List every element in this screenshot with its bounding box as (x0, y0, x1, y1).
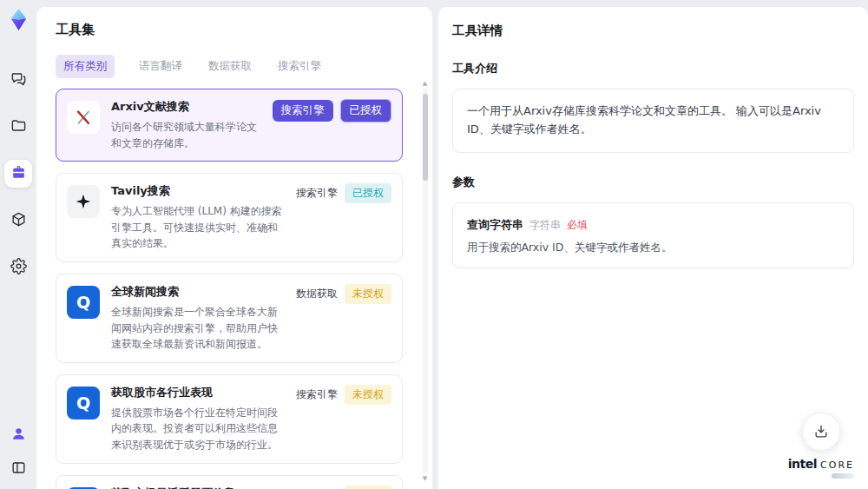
auth-status-badge: 未授权 (345, 486, 391, 489)
tool-card[interactable]: Q获取市场最活跃股票信息提供当天交易量最高的股票列表，投资者可以利用这些信息来识… (56, 475, 403, 489)
intel-wordmark: intel (788, 457, 817, 471)
param-type: 字符串 (529, 219, 561, 231)
box-icon (10, 211, 27, 231)
sidebar-item-layout-panel[interactable] (7, 458, 30, 480)
auth-status-badge: 已授权 (340, 99, 392, 122)
intel-core-logo: intelCORE (788, 457, 854, 479)
layout-panel-icon (10, 459, 27, 479)
tool-badges: 搜索引擎未授权 (296, 486, 391, 489)
gear-icon (10, 258, 27, 278)
auth-status-badge: 已授权 (345, 183, 391, 203)
param-header: 查询字符串字符串必填 (467, 215, 839, 233)
tool-card[interactable]: Q全球新闻搜索全球新闻搜索是一个聚合全球各大新闻网站内容的搜索引擎，帮助用户快速… (56, 274, 403, 363)
intro-heading: 工具介绍 (452, 61, 854, 76)
tool-badges: 搜索引擎已授权 (273, 99, 392, 122)
tool-name: 全球新闻搜索 (111, 284, 285, 300)
tool-card[interactable]: Q获取股市各行业表现提供股票市场各个行业在特定时间段内的表现。投资者可以利用这些… (56, 374, 403, 464)
tools-list-panel: 工具集 所有类别语言翻译数据获取搜索引擎 Arxiv文献搜索访问各个研究领域大量… (36, 7, 432, 489)
tool-info: 全球新闻搜索全球新闻搜索是一个聚合全球各大新闻网站内容的搜索引擎，帮助用户快速获… (111, 284, 285, 353)
intro-box: 一个用于从Arxiv存储库搜索科学论文和文章的工具。 输入可以是Arxiv ID… (452, 89, 854, 153)
sidebar-nav (4, 66, 32, 281)
tool-description: 专为人工智能代理 (LLM) 构建的搜索引擎工具。可快速提供实时、准确和真实的结… (111, 203, 285, 252)
tool-info: Arxiv文献搜索访问各个研究领域大量科学论文和文章的存储库。 (111, 99, 261, 151)
chat-icon (10, 70, 27, 90)
tool-description: 提供股票市场各个行业在特定时间段内的表现。投资者可以利用这些信息来识别表现优于或… (111, 405, 285, 453)
news-q-icon: Q (67, 387, 100, 420)
tool-description: 全球新闻搜索是一个聚合全球各大新闻网站内容的搜索引擎，帮助用户快速获取全球最新资… (111, 304, 285, 353)
list-scrollbar[interactable]: ▲ ▼ (420, 80, 430, 482)
tool-name: 获取股市各行业表现 (111, 385, 285, 400)
detail-title: 工具详情 (452, 23, 854, 39)
page-title: 工具集 (56, 22, 415, 38)
tool-badges: 搜索引擎未授权 (296, 385, 391, 405)
category-badge: 数据获取 (296, 287, 338, 301)
sidebar-item-chat[interactable] (4, 66, 32, 94)
app-logo-icon[interactable] (7, 8, 30, 31)
category-badge: 搜索引擎 (273, 100, 333, 122)
tab-category-1[interactable]: 语言翻译 (137, 55, 184, 78)
news-q-icon: Q (67, 286, 100, 319)
download-icon (812, 423, 830, 440)
tab-all-categories[interactable]: 所有类别 (56, 55, 115, 78)
tool-name: Arxiv文献搜索 (111, 99, 261, 115)
tool-detail-panel: 工具详情 工具介绍 一个用于从Arxiv存储库搜索科学论文和文章的工具。 输入可… (438, 7, 868, 489)
tool-badges: 搜索引擎已授权 (296, 183, 391, 203)
arxiv-logo-icon (67, 101, 100, 134)
tool-name: Tavily搜索 (111, 183, 285, 199)
auth-status-badge: 未授权 (345, 385, 391, 405)
tool-description: 访问各个研究领域大量科学论文和文章的存储库。 (111, 119, 261, 151)
sidebar-item-box[interactable] (4, 207, 32, 235)
tool-badges: 数据获取未授权 (296, 284, 391, 304)
sidebar-item-briefcase[interactable] (4, 160, 32, 188)
tavily-star-icon (67, 185, 100, 218)
tool-info: 获取市场最活跃股票信息提供当天交易量最高的股票列表，投资者可以利用这些信息来识别… (111, 486, 285, 489)
scrollbar-thumb[interactable] (423, 94, 428, 181)
category-badge: 搜索引擎 (296, 387, 338, 402)
tab-category-3[interactable]: 搜索引擎 (276, 55, 323, 78)
sidebar-bottom (7, 424, 30, 480)
category-badge: 搜索引擎 (296, 186, 338, 201)
sidebar-item-avatar[interactable] (7, 424, 30, 446)
main-content: 工具集 所有类别语言翻译数据获取搜索引擎 Arxiv文献搜索访问各个研究领域大量… (36, 0, 868, 489)
tool-info: Tavily搜索专为人工智能代理 (LLM) 构建的搜索引擎工具。可快速提供实时… (111, 183, 285, 252)
tool-card[interactable]: Arxiv文献搜索访问各个研究领域大量科学论文和文章的存储库。搜索引擎已授权 (56, 89, 403, 162)
param-required-badge: 必填 (567, 219, 588, 231)
briefcase-icon (10, 164, 27, 184)
folder-icon (10, 117, 27, 137)
avatar-icon (10, 426, 27, 446)
sidebar-item-folder[interactable] (4, 113, 32, 141)
floating-actions: intelCORE (788, 413, 854, 479)
param-name: 查询字符串 (467, 218, 523, 231)
param-description: 用于搜索的Arxiv ID、关键字或作者姓名。 (467, 241, 839, 255)
auth-status-badge: 未授权 (345, 284, 391, 304)
tab-category-2[interactable]: 数据获取 (207, 55, 253, 78)
download-button[interactable] (802, 413, 840, 451)
tool-card[interactable]: Tavily搜索专为人工智能代理 (LLM) 构建的搜索引擎工具。可快速提供实时… (56, 173, 403, 262)
scrollbar-track[interactable] (423, 89, 428, 473)
tool-cards: Arxiv文献搜索访问各个研究领域大量科学论文和文章的存储库。搜索引擎已授权Ta… (56, 89, 415, 489)
app-window: 工具集 所有类别语言翻译数据获取搜索引擎 Arxiv文献搜索访问各个研究领域大量… (0, 0, 868, 489)
params-heading: 参数 (452, 175, 854, 190)
tool-info: 获取股市各行业表现提供股票市场各个行业在特定时间段内的表现。投资者可以利用这些信… (111, 385, 285, 453)
ultra-badge (832, 473, 854, 479)
sidebar (0, 0, 36, 489)
scroll-up-icon[interactable]: ▲ (423, 80, 427, 87)
param-box: 查询字符串字符串必填 用于搜索的Arxiv ID、关键字或作者姓名。 (452, 202, 854, 268)
core-wordmark: CORE (820, 459, 854, 471)
category-tabs: 所有类别语言翻译数据获取搜索引擎 (56, 55, 415, 78)
sidebar-item-gear[interactable] (4, 254, 32, 281)
tool-name: 获取市场最活跃股票信息 (111, 486, 285, 489)
scroll-down-icon[interactable]: ▼ (423, 475, 427, 482)
